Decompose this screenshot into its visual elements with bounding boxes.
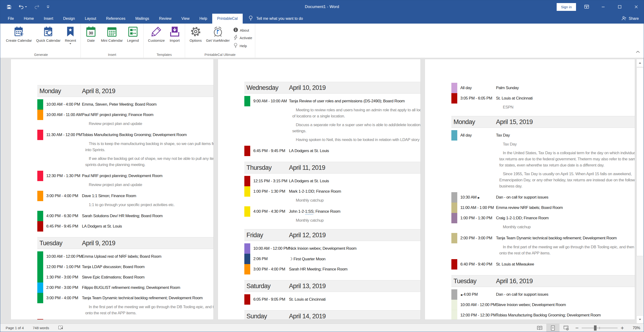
event-row: 11:00 AM - 1:00 PMEmma review NRF labels… — [425, 202, 635, 213]
document-area[interactable]: MondayApril 8, 201910:00 AM - 4:00 PMEmm… — [0, 58, 644, 324]
share-button[interactable]: Share — [621, 14, 639, 23]
event-note: Monthly catchup — [292, 197, 421, 203]
create-calendar-button[interactable]: Create Calendar — [4, 25, 34, 42]
event-note: 1:1 to go through your specific project … — [85, 202, 214, 208]
about-button[interactable]: About — [233, 27, 252, 33]
group-label-insert: Insert — [81, 53, 143, 57]
help-icon — [233, 43, 238, 49]
zoom-slider[interactable] — [582, 324, 618, 332]
event-row: 12:30 PM - 1:30 PMPaul NRF project plann… — [11, 171, 214, 181]
day-date: April 13, 2019 — [289, 283, 326, 290]
event-time: All day — [460, 86, 472, 90]
page-content: WednesdayApril 10, 20199:00 AM - 10:00 A… — [218, 59, 420, 320]
event-time: 11:00 AM - 1:00 PM — [460, 205, 494, 210]
zoom-percentage[interactable]: 70% — [626, 326, 640, 330]
get-vueminder-button[interactable]: Get VueMinder — [204, 25, 231, 42]
status-word-count[interactable]: 748 words — [33, 326, 49, 330]
customize-button[interactable]: Customize — [146, 25, 166, 42]
minimize-button[interactable] — [600, 0, 607, 14]
import-button[interactable]: Import — [167, 25, 182, 42]
tab-design[interactable]: Design — [58, 14, 80, 23]
group-label-templates: Templates — [144, 53, 185, 57]
ribbon-group-insert: 30DateMini CalendarLegendInsert — [81, 23, 144, 58]
zoom-slider-thumb[interactable] — [594, 326, 596, 331]
tab-file[interactable]: File — [3, 14, 19, 23]
page-title: Document1 - Word — [0, 4, 644, 9]
event-title: Paul NRF project planning; Development R… — [82, 173, 162, 178]
options-button[interactable]: Options — [188, 25, 204, 42]
ribbon-button-label: Get VueMinder — [206, 38, 230, 42]
tab-home[interactable]: Home — [19, 14, 39, 23]
page-content: MondayApril 8, 201910:00 AM - 4:00 PMEmm… — [11, 59, 214, 320]
event-title: Tanja LDAP discussion; Board Room — [82, 265, 144, 269]
tab-help[interactable]: Help — [194, 14, 212, 23]
close-button[interactable] — [633, 0, 640, 14]
event-row: 10:00 AM - 4:00 PMEmma, Steven, Peter Me… — [11, 99, 214, 110]
event-note: Meeting to review roles and users having… — [292, 107, 421, 119]
tab-view[interactable]: View — [176, 14, 194, 23]
help-button[interactable]: Help — [233, 43, 252, 49]
event-time: 1:00 PM - 1:30 PM — [253, 189, 285, 194]
recent-icon — [66, 25, 74, 38]
read-mode-button[interactable] — [533, 324, 546, 332]
status-page-count[interactable]: Page 1 of 4 — [6, 326, 24, 330]
ribbon-button-label: Mini Calendar — [101, 38, 123, 42]
tab-references[interactable]: References — [101, 14, 130, 23]
web-layout-button[interactable] — [560, 324, 573, 332]
tab-review[interactable]: Review — [154, 14, 176, 23]
event-title: Sarah Solutions Dev/ HR Meeting; Board R… — [82, 214, 163, 218]
event-color-bar — [244, 186, 250, 197]
event-time: 1:30 PM - 3:00 PM — [46, 275, 78, 280]
maximize-button[interactable] — [616, 0, 623, 14]
document-page-2[interactable]: WednesdayApril 10, 20199:00 AM - 10:00 A… — [218, 59, 421, 320]
sign-in-button[interactable]: Sign in — [557, 3, 576, 11]
event-time: 3:00 PM - 4:00 PM — [46, 296, 78, 300]
ribbon-group-generate: Create CalendarQuick CalendarRecentGener… — [2, 23, 81, 58]
event-time: 4:00 PM - 6:30 PM — [46, 214, 78, 218]
scrollbar-up-button[interactable] — [636, 59, 644, 67]
tell-me[interactable]: Tell me what you want to do — [248, 14, 303, 23]
event-row: 3:00 PM - 4:00 PMTanja Team Dynamic tech… — [11, 293, 214, 303]
event-color-bar — [244, 206, 250, 217]
tab-printablecal[interactable]: PrintableCal — [212, 14, 243, 23]
event-note: Since 1955, Tax Day is usually on April … — [499, 171, 635, 189]
date-button[interactable]: 30Date — [84, 25, 98, 42]
ribbon-display-options-button[interactable] — [583, 0, 590, 14]
tab-insert[interactable]: Insert — [39, 14, 58, 23]
event-color-bar — [37, 251, 43, 262]
scrollbar-thumb[interactable] — [636, 67, 644, 256]
event-color-bar — [244, 176, 250, 186]
day-date: April 11, 2019 — [289, 164, 325, 171]
day-name: Friday — [246, 232, 263, 239]
zoom-out-button[interactable]: − — [573, 325, 581, 331]
proofing-icon[interactable] — [58, 326, 64, 331]
ribbon-tabs-row: FileHomeInsertDesignLayoutReferencesMail… — [0, 14, 644, 23]
tab-mailings[interactable]: Mailings — [130, 14, 154, 23]
tab-layout[interactable]: Layout — [80, 14, 101, 23]
document-page-3[interactable]: All dayPalm Sunday3:05 PM - 6:05 PMSt. L… — [425, 59, 635, 320]
status-bar: Page 1 of 4 748 words − + 70% — [0, 324, 644, 332]
event-title: Tanja Team Dynamic technical backlog ref… — [82, 296, 202, 300]
quick-calendar-button[interactable]: Quick Calendar — [34, 25, 62, 42]
scrollbar-down-button[interactable] — [636, 316, 644, 324]
legend-button[interactable]: Legend — [125, 25, 140, 42]
event-notes: This is to keep the manufacturing backlo… — [85, 141, 214, 168]
recent-button[interactable]: Recent — [63, 25, 78, 44]
collapse-ribbon-button[interactable] — [634, 49, 642, 55]
event-note: This is to keep the manufacturing backlo… — [85, 141, 214, 153]
event-color-bar — [244, 294, 250, 305]
event-time: 10:30 AM▶ — [460, 195, 481, 200]
document-page-1[interactable]: MondayApril 8, 201910:00 AM - 4:00 PMEmm… — [10, 59, 214, 320]
event-row: 3:00 PM - 4:00 PMSarah HR Meeting; Finan… — [218, 264, 420, 275]
activate-button[interactable]: Activate — [233, 35, 252, 41]
event-color-bar — [244, 254, 250, 264]
zoom-in-button[interactable]: + — [618, 325, 626, 331]
mini-calendar-button[interactable]: Mini Calendar — [99, 25, 124, 42]
day-name: Tuesday — [454, 278, 476, 285]
event-color-bar — [244, 264, 250, 275]
event-time: 10:00 AM - 12:00 PM — [253, 246, 289, 251]
print-layout-button[interactable] — [546, 324, 560, 332]
activate-icon — [233, 35, 238, 41]
event-note: Having spoken to Neil, this needs to be … — [292, 137, 421, 143]
event-title: Filippo BUGLIST refinement meeting; Deve… — [82, 285, 180, 290]
